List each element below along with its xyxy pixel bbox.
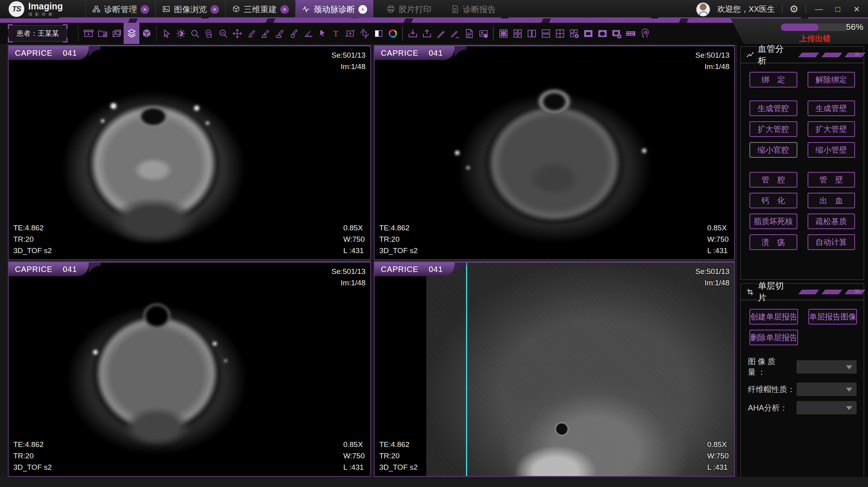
shrink-wall-button[interactable]: 缩小管壁 [808,142,855,158]
tool-upload[interactable] [420,23,434,44]
vessel-panel-collapse-button[interactable]: » [855,48,860,59]
tool-archive-add[interactable] [81,23,95,44]
window-close-button[interactable]: × [851,3,863,15]
tab-diagnosis-report[interactable]: 诊断报告 [445,0,502,18]
viewport-top-right[interactable]: CAPRICE041 Se:501/13Im:1/48 TE:4.862TR:2… [374,45,735,260]
user-avatar[interactable] [696,2,710,16]
tab-film-print[interactable]: 胶片打印 [380,0,438,18]
panel-title: 单层切片 [758,280,786,304]
slice-panel-collapse-button[interactable]: » [855,285,860,296]
tool-text[interactable]: T [329,23,343,44]
image-quality-select[interactable] [797,360,857,374]
shrink-lumen-button[interactable]: 缩小官腔 [749,142,797,158]
expand-wall-button[interactable]: 扩大管壁 [808,121,855,137]
slice-report-image-button[interactable]: 单层报告图像 [808,309,857,325]
tab-close-icon[interactable]: × [141,5,149,14]
tab-label: 颈动脉诊断 [314,4,355,15]
bind-button[interactable]: 绑 定 [749,72,797,88]
tab-carotid-diagnosis[interactable]: 颈动脉诊断 × [296,0,373,18]
tool-layers[interactable] [124,23,139,44]
mri-image[interactable] [426,263,734,476]
mri-image[interactable] [375,46,734,259]
tab-diagnosis-management[interactable]: 诊断管理 × [86,0,155,18]
tool-image-browser[interactable] [110,23,124,44]
tool-image-export[interactable] [476,23,490,44]
lipid-necrotic-core-button[interactable]: 脂质坏死核 [749,213,797,229]
tool-measure-angle[interactable] [258,23,272,44]
slice-crop-icon [746,287,754,297]
hemorrhage-button[interactable]: 出 血 [808,193,855,208]
tab-close-icon[interactable]: × [358,5,367,14]
tool-pen-baseline[interactable] [448,23,462,44]
app-logo: TS Imaging 清影华康 [9,1,63,17]
viewport-bottom-right[interactable]: CAPRICE041 Se:501/13Im:1/48 TE:4.862TR:2… [374,261,735,477]
ulcer-button[interactable]: 溃 疡 [749,234,797,250]
fibrous-cap-select[interactable] [797,383,857,396]
unbind-button[interactable]: 解除绑定 [808,72,855,88]
create-slice-report-button[interactable]: 创建单层报告 [749,309,798,325]
auto-calculate-button[interactable]: 自动计算 [808,234,855,250]
vessel-polyline-icon [746,50,754,60]
tool-rect-overlay[interactable] [581,23,595,44]
tab-close-icon[interactable]: × [280,5,289,14]
window-maximize-button[interactable]: □ [832,5,844,14]
tool-pen[interactable] [434,23,448,44]
tool-grid-2x2[interactable] [510,23,524,44]
invert-bw-icon [373,28,384,39]
tool-window-2x2[interactable] [553,23,567,44]
tool-report-add[interactable] [462,23,476,44]
mri-image[interactable] [9,46,370,259]
tab-3d-reconstruction[interactable]: 三维重建 × [225,0,296,18]
tool-download[interactable] [406,23,420,44]
tool-measure-polygon[interactable] [287,23,301,44]
tool-rect-close[interactable] [609,23,623,44]
lumen-button[interactable]: 管 腔 [749,172,797,188]
filmstrip-icon [625,28,636,39]
slice-panel-header: 单层切片 » [741,284,864,300]
tool-pan[interactable] [230,23,244,44]
calcification-button[interactable]: 钙 化 [749,193,797,208]
tab-image-browse[interactable]: 图像浏览 × [155,0,225,18]
viewport-top-left[interactable]: CAPRICE041 Se:501/13Im:1/48 TE:4.862TR:2… [8,45,371,260]
tool-cube-3d[interactable] [139,23,153,44]
tool-zoom[interactable] [188,23,202,44]
tool-pointer[interactable] [315,23,329,44]
tool-zoom-region[interactable] [202,23,216,44]
wall-button[interactable]: 管 壁 [808,172,855,188]
reference-line-vertical[interactable] [466,263,467,476]
mri-image[interactable] [9,263,370,476]
tool-color-palette[interactable] [386,23,400,44]
tool-grid-full[interactable] [496,23,510,44]
tool-cursor[interactable] [159,23,174,44]
tool-rect-add[interactable] [343,23,357,44]
tool-folder-add[interactable] [95,23,110,44]
tool-filmstrip[interactable] [623,23,638,44]
cube-icon [232,5,240,13]
tool-rotate-view[interactable] [357,23,371,44]
tab-close-icon[interactable]: × [210,5,219,14]
tool-ellipse-overlay[interactable] [595,23,609,44]
generate-lumen-button[interactable]: 生成管腔 [749,100,797,116]
aha-analysis-select[interactable] [797,401,857,414]
tool-ai-analysis[interactable] [638,23,652,44]
tool-grid-close[interactable] [567,23,581,44]
window-minimize-button[interactable]: — [813,5,825,14]
loose-matrix-button[interactable]: 疏松基质 [808,213,855,229]
tool-zoom-2x[interactable]: x2 [216,23,230,44]
expand-lumen-button[interactable]: 扩大管腔 [749,121,797,137]
tool-angle[interactable] [301,23,315,44]
upload-error-text[interactable]: 上传出错 [774,33,856,44]
delete-slice-report-button[interactable]: 删除单层报告 [749,330,798,345]
tool-split-horizontal[interactable] [539,23,553,44]
series-info-overlay: Se:501/13Im:1/48 [331,266,365,288]
tool-invert-bw[interactable] [371,23,386,44]
tool-measure-line[interactable] [244,23,258,44]
title-bar: TS Imaging 清影华康 诊断管理 × 图像浏览 × 三维重建 × 颈动脉… [0,0,868,18]
settings-gear-icon[interactable]: ⚙ [789,3,799,15]
tool-measure-ellipse[interactable] [272,23,287,44]
tool-split-vertical[interactable] [524,23,539,44]
viewport-bottom-left[interactable]: CAPRICE041 Se:501/13Im:1/48 TE:4.862TR:2… [8,261,371,477]
image-icon [162,5,170,13]
tool-brightness-contrast[interactable] [174,23,188,44]
generate-wall-button[interactable]: 生成管壁 [808,100,855,116]
